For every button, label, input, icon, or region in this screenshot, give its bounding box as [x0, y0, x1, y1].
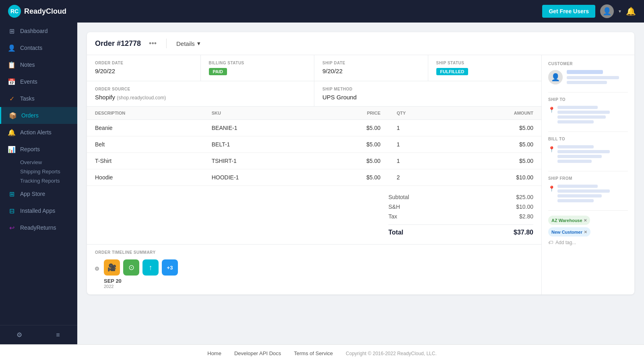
- add-tag-label: Add tag...: [555, 240, 576, 245]
- sidebar-item-reports[interactable]: 📊 Reports: [0, 141, 77, 158]
- action-alerts-icon: 🔔: [8, 129, 15, 136]
- sidebar-item-app-store[interactable]: ⊞ App Store: [0, 185, 77, 202]
- sidebar-item-tasks[interactable]: ✓ Tasks: [0, 90, 77, 107]
- subtotal-label: Subtotal: [388, 194, 409, 200]
- tag-new-label: New Customer: [551, 230, 582, 234]
- tax-label: Tax: [388, 213, 397, 220]
- sidebar-label-reports: Reports: [20, 146, 40, 152]
- bell-icon[interactable]: 🔔: [626, 6, 636, 16]
- ship-date-cell: SHIP DATE 9/20/22: [314, 55, 428, 81]
- ship-to-line2: [557, 111, 610, 114]
- footer-terms-link[interactable]: Terms of Service: [294, 350, 333, 356]
- tag-new-remove[interactable]: ×: [584, 229, 587, 235]
- subtotal-value: $25.00: [516, 194, 533, 200]
- sidebar-label-tasks: Tasks: [20, 95, 35, 102]
- billing-status-label: BILLING STATUS: [209, 61, 306, 65]
- reports-icon: 📊: [8, 146, 15, 153]
- col-qty: Qty: [388, 107, 452, 120]
- footer-api-docs-link[interactable]: Developer API Docs: [234, 350, 281, 356]
- divider-3: [548, 171, 628, 171]
- sidebar-item-contacts[interactable]: 👤 Contacts: [0, 39, 77, 56]
- item-amount: $10.00: [452, 169, 541, 186]
- footer-home-link[interactable]: Home: [207, 350, 221, 356]
- settings-button[interactable]: ⚙: [0, 325, 39, 344]
- ship-from-location-icon: 📍: [548, 185, 555, 192]
- sidebar-item-ready-returns[interactable]: ↩ ReadyReturns: [0, 219, 77, 236]
- tasks-icon: ✓: [8, 95, 15, 102]
- ship-from-label: SHIP FROM: [548, 176, 628, 181]
- item-qty: 1: [388, 153, 452, 169]
- order-header: Order #12778 ••• Details ▾: [87, 32, 634, 55]
- fulfilled-badge: FULFILLED: [436, 68, 469, 75]
- details-label: Details: [176, 40, 195, 47]
- ship-method-cell: SHIP METHOD UPS Ground: [314, 81, 541, 106]
- user-chevron-icon[interactable]: ▾: [619, 8, 621, 14]
- ship-from-address: 📍: [548, 185, 628, 204]
- sh-label: S&H: [388, 204, 400, 210]
- items-table: Description SKU Price Qty Amount Beanie …: [87, 107, 541, 186]
- bill-to-address: 📍: [548, 145, 628, 165]
- sidebar-item-overview[interactable]: Overview: [0, 158, 77, 167]
- order-source-cell: ORDER SOURCE Shopify (shop.readycloud.co…: [87, 81, 314, 106]
- orders-icon: 📦: [9, 112, 17, 119]
- sidebar-item-action-alerts[interactable]: 🔔 Action Alerts: [0, 124, 77, 141]
- item-qty: 1: [388, 136, 452, 153]
- timeline-icon-3[interactable]: ↑: [142, 259, 159, 276]
- ship-method-value: UPS Ground: [322, 94, 533, 101]
- order-title: Order #12778: [95, 39, 141, 48]
- customer-section: CUSTOMER 👤: [548, 62, 628, 86]
- order-menu-button[interactable]: •••: [149, 39, 157, 48]
- sidebar-item-events[interactable]: 📅 Events: [0, 73, 77, 90]
- sidebar-item-installed-apps[interactable]: ⊟ Installed Apps: [0, 202, 77, 219]
- timeline-icons: 🎥 ⊙ ↑ +3: [104, 259, 178, 276]
- avatar[interactable]: 👤: [600, 4, 614, 18]
- footer-copyright: Copyright © 2016-2022 ReadyCloud, LLC.: [346, 351, 437, 356]
- get-free-users-button[interactable]: Get Free Users: [542, 5, 595, 18]
- timeline-icon-1[interactable]: 🎥: [104, 259, 120, 276]
- order-date-cell: ORDER DATE 9/20/22: [87, 55, 201, 81]
- item-price: $5.00: [313, 136, 389, 153]
- table-row: Beanie BEANIE-1 $5.00 1 $5.00: [87, 120, 541, 136]
- tag-az-remove[interactable]: ×: [584, 217, 587, 223]
- details-chevron-icon: ▾: [197, 40, 200, 47]
- customer-email: [567, 76, 619, 79]
- sh-value: $10.00: [516, 204, 533, 210]
- timeline-icon-more[interactable]: +3: [162, 259, 178, 276]
- sidebar-item-dashboard[interactable]: ⊞ Dashboard: [0, 23, 77, 39]
- source-row: ORDER SOURCE Shopify (shop.readycloud.co…: [87, 81, 541, 107]
- table-row: Hoodie HOODIE-1 $5.00 2 $10.00: [87, 169, 541, 186]
- totals-section: Subtotal $25.00 S&H $10.00 Tax $2.80: [87, 186, 541, 245]
- col-amount: Amount: [452, 107, 541, 120]
- contacts-icon: 👤: [8, 44, 15, 51]
- order-sidebar-right: CUSTOMER 👤 SHIP TO: [542, 55, 634, 294]
- timeline-label: ORDER TIMELINE SUMMARY: [95, 250, 533, 255]
- order-card: Order #12778 ••• Details ▾ ORDER DATE 9/…: [87, 32, 634, 294]
- add-tag-button[interactable]: 🏷 Add tag...: [548, 240, 628, 245]
- tax-value: $2.80: [519, 213, 533, 220]
- details-button[interactable]: Details ▾: [176, 40, 200, 47]
- total-row: Total $37.80: [388, 224, 533, 238]
- item-price: $5.00: [313, 120, 389, 136]
- events-icon: 📅: [8, 78, 15, 85]
- ship-to-line3: [557, 115, 606, 119]
- timeline-icon-2[interactable]: ⊙: [123, 259, 139, 276]
- bill-to-line1: [557, 145, 594, 148]
- ship-date-value: 9/20/22: [322, 68, 420, 74]
- sidebar-item-tracking-reports[interactable]: Tracking Reports: [0, 176, 77, 185]
- order-source-sub: (shop.readycloud.com): [117, 95, 166, 101]
- timeline-row: 🎥 ⊙ ↑ +3 SEP 20 2022: [95, 259, 533, 289]
- ship-from-line4: [557, 199, 594, 202]
- sidebar-label-orders: Orders: [21, 112, 39, 119]
- sidebar-item-shipping-reports[interactable]: Shipping Reports: [0, 167, 77, 176]
- ship-to-address: 📍: [548, 106, 628, 125]
- sidebar-label-action-alerts: Action Alerts: [20, 129, 52, 136]
- sidebar-item-orders[interactable]: 📦 Orders: [0, 107, 77, 124]
- ship-to-location-icon: 📍: [548, 107, 555, 113]
- sidebar-item-notes[interactable]: 📋 Notes: [0, 56, 77, 73]
- ship-status-value: FULFILLED: [436, 68, 534, 75]
- collapse-button[interactable]: ≡: [39, 325, 77, 344]
- sidebar: ⊞ Dashboard 👤 Contacts 📋 Notes 📅 Events …: [0, 23, 77, 344]
- bill-to-label: BILL TO: [548, 137, 628, 141]
- timeline-dot: [95, 267, 99, 271]
- ship-method-label: SHIP METHOD: [322, 87, 533, 91]
